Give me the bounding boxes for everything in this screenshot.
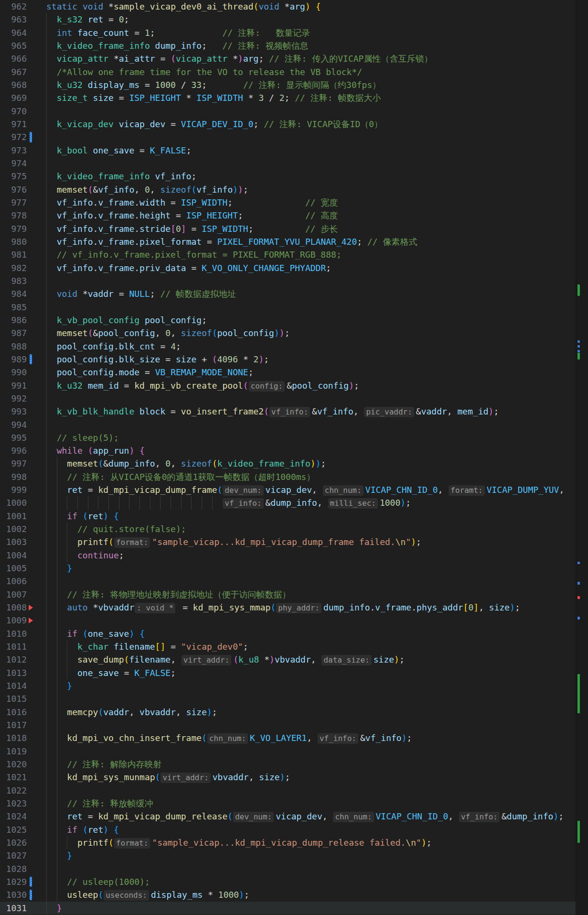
code-text[interactable]: if (ret) { [46,510,588,523]
gutter-marker-column[interactable] [27,745,46,758]
line-number[interactable]: 1030 [0,888,27,901]
code-text[interactable] [46,301,588,314]
code-line[interactable]: 985 [0,301,588,314]
gutter-marker-column[interactable] [27,823,46,836]
gutter-marker-column[interactable] [27,706,46,719]
code-line[interactable]: 1024 ret = kd_mpi_vicap_dump_release(dev… [0,810,588,823]
gutter-marker-column[interactable] [27,327,46,339]
line-number[interactable]: 1001 [0,510,27,523]
code-line[interactable]: 1003 printf(format:"sample_vicap...kd_mp… [0,535,588,548]
gutter-marker-column[interactable] [27,692,46,705]
code-line[interactable]: 1010 if (one_save) { [0,627,588,640]
gutter-marker-column[interactable] [27,78,46,91]
code-text[interactable] [46,745,588,758]
code-line[interactable]: 1006 [0,575,588,588]
code-text[interactable]: static void *sample_vicap_dev0_ai_thread… [46,0,588,13]
code-text[interactable]: k_vb_pool_config pool_config; [46,314,588,327]
gutter-marker-column[interactable] [27,810,46,823]
code-line[interactable]: 965 k_video_frame_info dump_info; // 注释:… [0,39,588,52]
code-line[interactable]: 1023 // 注释: 释放帧缓冲 [0,797,588,810]
code-text[interactable]: } [46,849,588,862]
code-line[interactable]: 1000 vf_info:&dump_info, milli_sec:1000)… [0,496,588,509]
code-text[interactable]: vf_info.v_frame.stride[0] = ISP_WIDTH; /… [46,222,588,235]
line-number[interactable]: 1021 [0,771,27,784]
code-text[interactable]: kd_mpi_sys_munmap(virt_addr:vbvaddr, siz… [46,771,588,784]
line-number[interactable]: 976 [0,183,27,196]
code-text[interactable]: printf(format:"sample_vicap...kd_mpi_vic… [46,535,588,548]
gutter-marker-column[interactable] [27,183,46,196]
code-line[interactable]: 1014 } [0,679,588,692]
code-text[interactable] [46,105,588,118]
code-line[interactable]: 993 k_vb_blk_handle block = vo_insert_fr… [0,405,588,418]
gutter-marker-column[interactable] [27,862,46,875]
line-number[interactable]: 978 [0,209,27,222]
code-line[interactable]: 1008 auto *vbvaddr: void * = kd_mpi_sys_… [0,601,588,614]
line-number[interactable]: 962 [0,0,27,13]
line-number[interactable]: 965 [0,39,27,52]
line-number[interactable]: 1000 [0,496,27,509]
code-line[interactable]: 974 [0,157,588,170]
line-number[interactable]: 1002 [0,523,27,535]
line-number[interactable]: 985 [0,301,27,314]
code-text[interactable]: if (ret) { [46,823,588,836]
gutter-marker-column[interactable] [27,483,46,496]
code-line[interactable]: 986 k_vb_pool_config pool_config; [0,314,588,327]
gutter-marker-column[interactable] [27,274,46,287]
code-line[interactable]: 962static void *sample_vicap_dev0_ai_thr… [0,0,588,13]
code-text[interactable] [46,131,588,143]
line-number[interactable]: 984 [0,287,27,300]
code-line[interactable]: 969 size_t size = ISP_HEIGHT * ISP_WIDTH… [0,91,588,104]
code-text[interactable]: auto *vbvaddr: void * = kd_mpi_sys_mmap(… [46,601,588,614]
gutter-marker-column[interactable] [27,758,46,771]
line-number[interactable]: 1016 [0,706,27,719]
code-text[interactable] [46,392,588,405]
line-number[interactable]: 971 [0,118,27,131]
code-text[interactable]: vf_info.v_frame.width = ISP_WIDTH; // 宽度 [46,196,588,209]
gutter-marker-column[interactable] [27,719,46,731]
gutter-marker-column[interactable] [27,784,46,797]
code-text[interactable]: k_vicap_dev vicap_dev = VICAP_DEV_ID_0; … [46,118,588,131]
code-text[interactable]: vf_info.v_frame.height = ISP_HEIGHT; // … [46,209,588,222]
gutter-marker-column[interactable] [27,627,46,640]
code-text[interactable]: k_video_frame_info dump_info; // 注释: 视频帧… [46,39,588,52]
line-number[interactable]: 1024 [0,810,27,823]
gutter-marker-column[interactable] [27,418,46,431]
gutter-marker-column[interactable] [27,470,46,483]
gutter-marker-column[interactable] [27,888,46,901]
code-text[interactable]: } [46,902,588,915]
line-number[interactable]: 982 [0,261,27,274]
code-line[interactable]: 973 k_bool one_save = K_FALSE; [0,144,588,157]
gutter-marker-column[interactable] [27,209,46,222]
code-line[interactable]: 984 void *vaddr = NULL; // 帧数据虚拟地址 [0,287,588,300]
gutter-marker-column[interactable] [27,679,46,692]
code-text[interactable]: one_save = K_FALSE; [46,666,588,679]
line-number[interactable]: 1014 [0,679,27,692]
code-text[interactable]: // quit.store(false); [46,523,588,535]
line-number[interactable]: 989 [0,353,27,366]
line-number[interactable]: 1017 [0,719,27,731]
code-line[interactable]: 1029 // usleep(1000); [0,875,588,888]
line-number[interactable]: 974 [0,157,27,170]
code-line[interactable]: 1001 if (ret) { [0,510,588,523]
code-line[interactable]: 983 [0,274,588,287]
gutter-marker-column[interactable] [27,731,46,744]
code-text[interactable]: memset(&dump_info, 0, sizeof(k_video_fra… [46,457,588,470]
line-number[interactable]: 986 [0,314,27,327]
code-text[interactable]: pool_config.mode = VB_REMAP_MODE_NONE; [46,366,588,379]
code-text[interactable]: vf_info.v_frame.priv_data = K_VO_ONLY_CH… [46,261,588,274]
code-line[interactable]: 971 k_vicap_dev vicap_dev = VICAP_DEV_ID… [0,118,588,131]
line-number[interactable]: 1010 [0,627,27,640]
code-text[interactable]: pool_config.blk_size = size + (4096 * 2)… [46,353,588,366]
code-text[interactable]: k_video_frame_info vf_info; [46,170,588,183]
code-line[interactable]: 999 ret = kd_mpi_vicap_dump_frame(dev_nu… [0,483,588,496]
line-number[interactable]: 990 [0,366,27,379]
code-text[interactable] [46,784,588,797]
line-number[interactable]: 968 [0,78,27,91]
code-line[interactable]: 1031 } [0,902,588,915]
gutter-marker-column[interactable] [27,797,46,810]
line-number[interactable]: 995 [0,431,27,444]
line-number[interactable]: 1023 [0,797,27,810]
line-number[interactable]: 1020 [0,758,27,771]
line-number[interactable]: 1027 [0,849,27,862]
gutter-marker-column[interactable] [27,535,46,548]
